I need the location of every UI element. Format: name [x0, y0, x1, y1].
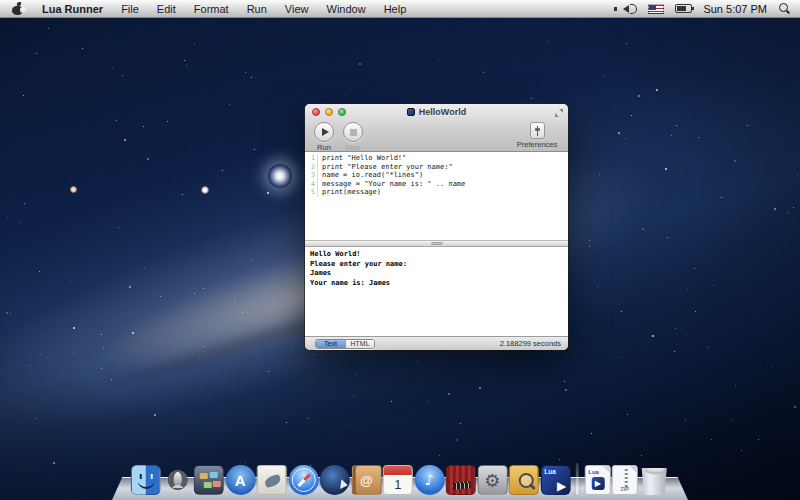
output-console[interactable]: Hello World!Please enter your name:James…	[305, 247, 568, 336]
code-text: print "Please enter your name:"	[318, 163, 453, 172]
window-title: HelloWorld	[419, 107, 466, 117]
status-bar: TextHTML 2.188299 seconds	[305, 336, 568, 350]
code-line[interactable]: 2print "Please enter your name:"	[305, 163, 568, 172]
preferences-button[interactable]: Preferences	[514, 122, 560, 149]
preferences-icon	[530, 122, 545, 139]
menu-status-area: Sun 5:07 PM	[623, 0, 800, 17]
dock-icon-zip-doc[interactable]: ZIP	[612, 465, 638, 495]
menu-item-window[interactable]: Window	[318, 0, 375, 17]
dock-icon-mission-control[interactable]	[194, 465, 224, 495]
menu-items: Lua RunnerFileEditFormatRunViewWindowHel…	[0, 0, 415, 17]
desktop[interactable]: Lua RunnerFileEditFormatRunViewWindowHel…	[0, 0, 800, 500]
menu-item-run[interactable]: Run	[238, 0, 276, 17]
apple-logo-icon	[12, 3, 23, 15]
dock-icon-search-folder[interactable]	[509, 465, 539, 495]
dock-icon-safari[interactable]	[288, 465, 318, 495]
window-chrome: HelloWorld Run Stop Preferences	[305, 104, 568, 152]
dock-icon-photo-booth[interactable]	[446, 465, 476, 495]
output-line: Your name is: James	[310, 279, 568, 289]
close-button[interactable]	[312, 108, 320, 116]
splitter-handle-icon	[431, 242, 443, 245]
line-number: 2	[305, 163, 318, 172]
menu-item-edit[interactable]: Edit	[148, 0, 185, 17]
code-line[interactable]: 1print "Hello World!"	[305, 154, 568, 163]
volume-icon[interactable]	[623, 3, 637, 15]
output-line: James	[310, 269, 568, 279]
code-editor[interactable]: 1print "Hello World!"2print "Please ente…	[305, 152, 568, 240]
menu-item-file[interactable]: File	[112, 0, 148, 17]
dock-icon-ichat[interactable]	[320, 465, 350, 495]
dock-separator	[576, 463, 579, 495]
title-group: HelloWorld	[407, 107, 466, 117]
output-line: Please enter your name:	[310, 260, 568, 270]
dock-icon-address-book[interactable]	[351, 465, 381, 495]
tab-text[interactable]: Text	[316, 340, 345, 348]
spotlight-icon[interactable]	[778, 3, 790, 15]
code-text: message = "Your name is: " .. name	[318, 180, 465, 189]
dock: LuaLuaZIP	[0, 454, 800, 500]
line-number: 3	[305, 171, 318, 180]
tab-html[interactable]: HTML	[345, 340, 374, 348]
dock-icon-lua-doc[interactable]: Lua	[584, 465, 610, 495]
dock-icon-launchpad[interactable]	[162, 465, 192, 495]
menu-item-format[interactable]: Format	[185, 0, 238, 17]
menu-item-help[interactable]: Help	[375, 0, 416, 17]
title-bar[interactable]: HelloWorld	[305, 104, 568, 120]
dock-icon-system-preferences[interactable]	[477, 465, 507, 495]
stop-button[interactable]: Stop	[340, 122, 366, 152]
dock-icon-itunes[interactable]	[414, 465, 444, 495]
dock-icon-app-store[interactable]	[225, 465, 255, 495]
dock-icon-mail[interactable]	[257, 465, 287, 495]
dock-icon-finder[interactable]	[131, 465, 161, 495]
code-text: print "Hello World!"	[318, 154, 406, 163]
fullscreen-icon[interactable]	[555, 109, 563, 117]
code-text: print(message)	[318, 188, 381, 197]
output-line: Hello World!	[310, 250, 568, 260]
dock-icon-ical[interactable]	[383, 465, 413, 495]
dock-icon-label: ZIP	[613, 486, 637, 492]
dock-icon-label: Lua	[544, 468, 556, 475]
helloworld-window: HelloWorld Run Stop Preferences	[305, 104, 568, 350]
menu-item-lua-runner[interactable]: Lua Runner	[33, 0, 112, 17]
code-line[interactable]: 3name = io.read("*lines")	[305, 171, 568, 180]
dock-icon-label: Lua	[588, 469, 599, 475]
line-number: 1	[305, 154, 318, 163]
line-number: 4	[305, 180, 318, 189]
dock-icon-trash[interactable]	[639, 465, 669, 495]
code-line[interactable]: 5print(message)	[305, 188, 568, 197]
output-format-tabs: TextHTML	[315, 339, 375, 349]
line-number: 5	[305, 188, 318, 197]
zoom-button[interactable]	[338, 108, 346, 116]
battery-icon[interactable]	[675, 4, 692, 13]
menu-bar: Lua RunnerFileEditFormatRunViewWindowHel…	[0, 0, 800, 18]
dock-icon-lua-runner[interactable]: Lua	[540, 465, 570, 495]
code-line[interactable]: 4message = "Your name is: " .. name	[305, 180, 568, 189]
menu-clock[interactable]: Sun 5:07 PM	[703, 3, 767, 15]
toolbar: Run Stop Preferences	[305, 120, 568, 152]
code-text: name = io.read("*lines")	[318, 171, 423, 180]
pane-splitter[interactable]	[305, 240, 568, 247]
menu-item-view[interactable]: View	[276, 0, 318, 17]
stop-icon	[350, 129, 357, 136]
elapsed-time: 2.188299 seconds	[500, 339, 561, 348]
run-button[interactable]: Run	[311, 122, 337, 152]
play-icon	[322, 128, 329, 136]
document-proxy-icon[interactable]	[407, 108, 415, 116]
minimize-button[interactable]	[325, 108, 333, 116]
dock-icons: LuaLuaZIP	[131, 463, 670, 495]
us-flag-icon[interactable]	[648, 4, 664, 14]
apple-menu[interactable]	[0, 0, 33, 17]
